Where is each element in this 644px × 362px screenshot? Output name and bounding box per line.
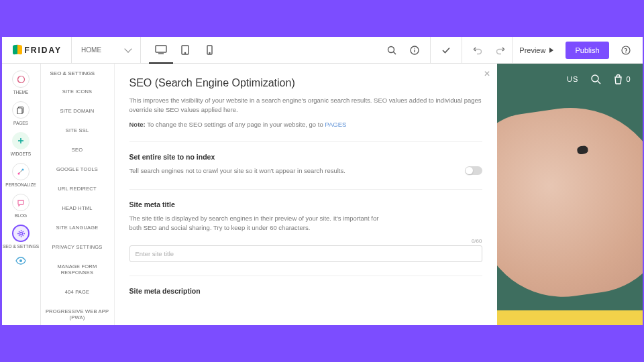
rail-pages[interactable]: PAGES — [12, 101, 30, 125]
settings-item-site-ssl[interactable]: SITE SSL — [41, 121, 114, 140]
settings-item-site-language[interactable]: SITE LANGUAGE — [41, 218, 114, 237]
editor-topbar: FRIDAY HOME — [2, 37, 643, 64]
bag-icon — [613, 74, 623, 84]
rail-widgets-label: WIDGETS — [11, 152, 31, 156]
svg-point-11 — [622, 46, 630, 54]
svg-point-10 — [415, 48, 415, 48]
rail-seo-label: SEO & SETTINGS — [3, 244, 39, 249]
preview-button-label: Preview — [519, 46, 545, 54]
preview-button[interactable]: Preview — [512, 37, 560, 64]
editor-left-rail: THEME PAGES WIDGETS PERSONALIZE BLOG SEO… — [2, 64, 41, 325]
settings-sidebar-header: SEO & SETTINGS — [41, 64, 114, 82]
brand-logo[interactable]: FRIDAY — [7, 45, 68, 56]
site-preview-image — [497, 96, 643, 308]
device-tablet-button[interactable] — [173, 37, 197, 64]
svg-point-3 — [184, 52, 185, 53]
svg-rect-15 — [17, 108, 22, 114]
panel-note: Note: To change the SEO settings of any … — [129, 121, 482, 128]
panel-note-link[interactable]: PAGES — [325, 121, 346, 128]
svg-point-21 — [19, 259, 22, 262]
device-desktop-button[interactable] — [149, 37, 173, 64]
site-preview-strip — [497, 310, 643, 325]
seo-settings-panel: ✕ 7 SEO (Search Engine Optimization) Thi… — [115, 64, 497, 325]
meta-title-subtitle: The site title is displayed by search en… — [129, 214, 384, 233]
settings-item-site-icons[interactable]: SITE ICONS — [41, 82, 114, 101]
rail-visibility-toggle[interactable] — [15, 257, 26, 265]
eye-icon — [15, 257, 26, 265]
settings-item-url-redirect[interactable]: URL REDIRECT — [41, 179, 114, 198]
settings-item-head-html[interactable]: HEAD HTML — [41, 198, 114, 218]
settings-item-404-page[interactable]: 404 PAGE — [41, 282, 114, 302]
svg-point-5 — [209, 52, 209, 53]
undo-button[interactable] — [466, 37, 489, 64]
brand-logo-mark — [13, 45, 22, 56]
publish-button-label: Publish — [575, 46, 599, 54]
svg-point-6 — [388, 46, 394, 52]
info-button[interactable] — [403, 37, 426, 64]
svg-rect-0 — [156, 46, 166, 52]
panel-close-button[interactable]: ✕ — [484, 69, 490, 78]
search-icon[interactable] — [590, 74, 601, 84]
svg-point-20 — [19, 232, 22, 235]
settings-item-site-domain[interactable]: SITE DOMAIN — [41, 101, 114, 121]
rail-personalize[interactable]: PERSONALIZE — [5, 163, 36, 187]
play-icon — [549, 48, 553, 53]
rail-widgets[interactable]: WIDGETS — [11, 132, 31, 156]
settings-item-pwa[interactable]: PROGRESSIVE WEB APP (PWA) — [41, 302, 114, 325]
settings-item-seo[interactable]: SEO — [41, 140, 114, 160]
rail-blog-label: BLOG — [15, 213, 27, 218]
svg-point-22 — [592, 75, 598, 82]
device-mobile-button[interactable] — [197, 37, 221, 64]
svg-line-7 — [394, 52, 396, 54]
rail-theme-label: THEME — [13, 90, 29, 95]
noindex-title: Set entire site to no index — [129, 153, 482, 161]
page-dropdown-label: HOME — [81, 46, 101, 54]
panel-note-label: Note: — [129, 121, 146, 128]
panel-description: This improves the visibility of your web… — [129, 96, 482, 115]
site-nav-item[interactable]: US — [567, 75, 578, 83]
page-dropdown[interactable]: HOME — [76, 46, 136, 54]
svg-point-12 — [625, 52, 626, 52]
settings-item-form-responses[interactable]: MANAGE FORM RESPONSES — [41, 257, 114, 282]
rail-theme[interactable]: THEME — [12, 70, 30, 95]
svg-line-23 — [598, 81, 600, 84]
meta-title-input[interactable] — [129, 245, 482, 262]
site-preview: US 0 — [497, 64, 643, 325]
redo-button[interactable] — [489, 37, 512, 64]
divider — [129, 141, 482, 142]
help-button[interactable] — [614, 37, 637, 64]
meta-title-heading: Site meta title — [129, 200, 482, 208]
device-switcher — [149, 37, 221, 64]
settings-item-google-tools[interactable]: GOOGLE TOOLS — [41, 160, 114, 179]
panel-note-text: To change the SEO settings of any page i… — [146, 121, 325, 128]
rail-seo-settings[interactable]: SEO & SETTINGS — [3, 225, 39, 249]
divider — [129, 276, 482, 276]
noindex-subtitle: Tell search engines not to crawl your si… — [129, 166, 345, 176]
chevron-down-icon — [124, 45, 131, 52]
meta-title-char-count: 0/60 — [129, 238, 482, 244]
panel-heading: SEO (Search Engine Optimization) — [129, 77, 482, 89]
rail-pages-label: PAGES — [13, 121, 28, 125]
cart-button[interactable]: 0 — [613, 74, 630, 84]
publish-button[interactable]: Publish — [566, 42, 608, 59]
settings-item-privacy[interactable]: PRIVACY SETTINGS — [41, 237, 114, 257]
rail-blog[interactable]: BLOG — [12, 194, 30, 218]
brand-logo-text: FRIDAY — [25, 46, 62, 55]
rail-personalize-label: PERSONALIZE — [5, 182, 36, 187]
plus-icon — [12, 132, 30, 149]
done-checkmark-button[interactable] — [435, 37, 458, 64]
gear-icon — [12, 225, 30, 242]
noindex-toggle[interactable] — [465, 166, 482, 175]
site-preview-header: US 0 — [497, 64, 643, 95]
settings-sidebar: SEO & SETTINGS SITE ICONS SITE DOMAIN SI… — [41, 64, 115, 325]
divider — [129, 189, 482, 190]
meta-desc-heading: Site meta description — [129, 287, 482, 295]
cart-count: 0 — [626, 75, 630, 83]
search-button[interactable] — [380, 37, 403, 64]
